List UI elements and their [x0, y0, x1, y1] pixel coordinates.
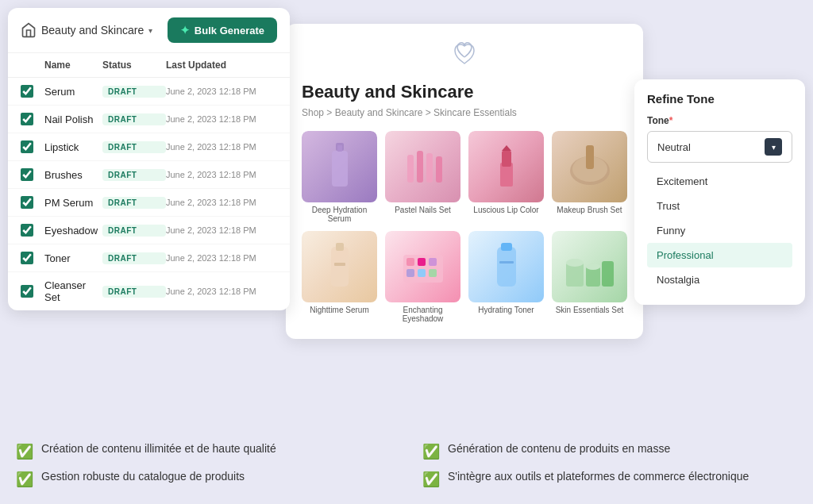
product-card-nails[interactable]: Pastel Nails Set	[385, 131, 460, 223]
row-checkbox-brushes[interactable]	[21, 168, 33, 181]
chevron-down-icon: ▾	[148, 26, 152, 35]
svg-rect-2	[337, 145, 342, 152]
tone-option-funny[interactable]: Funny	[647, 218, 792, 243]
tone-option-professional[interactable]: Professional	[647, 243, 792, 267]
check-icon-3: ✅	[16, 471, 33, 488]
main-area: Beauty and Skincare ▾ ✦ Bulk Generate Na…	[0, 0, 813, 504]
product-name: Lipstick	[44, 141, 102, 153]
product-label: Luscious Lip Color	[468, 206, 544, 214]
product-image-skinset	[552, 231, 627, 302]
table-row: Serum DRAFT June 2, 2023 12:18 PM	[8, 78, 290, 106]
tone-label: Tone*	[647, 115, 792, 126]
row-checkbox-toner[interactable]	[21, 252, 33, 264]
date-text: June 2, 2023 12:18 PM	[166, 198, 277, 207]
table-row: Nail Polish DRAFT June 2, 2023 12:18 PM	[8, 106, 290, 133]
check-icon-2: ✅	[422, 443, 440, 460]
svg-rect-13	[331, 247, 349, 287]
selected-tone-value: Neutral	[657, 141, 691, 153]
category-title: Beauty and Skincare	[302, 82, 627, 102]
store-icon	[21, 22, 37, 38]
table-row: Cleanser Set DRAFT June 2, 2023 12:18 PM	[8, 272, 290, 310]
tone-select-dropdown[interactable]: Neutral ▾	[647, 131, 792, 163]
feature-text-3: Gestion robuste du catalogue de produits	[41, 470, 245, 483]
table-row: Brushes DRAFT June 2, 2023 12:18 PM	[8, 161, 290, 189]
product-label: Hydrating Toner	[468, 306, 544, 314]
product-card-skinset[interactable]: Skin Essentials Set	[552, 231, 627, 323]
row-checkbox-pmserum[interactable]	[21, 196, 33, 209]
product-label: Makeup Brush Set	[552, 206, 627, 214]
center-panel: Beauty and Skincare Shop > Beauty and Sk…	[286, 24, 643, 339]
svg-rect-21	[418, 269, 426, 277]
svg-rect-8	[502, 151, 511, 167]
panel-header: Beauty and Skincare ▾ ✦ Bulk Generate	[8, 8, 290, 53]
status-badge: DRAFT	[102, 86, 166, 98]
row-checkbox-nailpolish[interactable]	[21, 113, 33, 125]
svg-rect-25	[499, 261, 514, 264]
date-text: June 2, 2023 12:18 PM	[166, 287, 277, 296]
product-name: PM Serum	[44, 197, 102, 209]
status-badge: DRAFT	[102, 286, 166, 298]
svg-rect-1	[332, 151, 348, 187]
product-name: Brushes	[44, 169, 102, 181]
feature-text-4: S'intègre aux outils et plateformes de c…	[448, 470, 749, 483]
product-image-nightserum	[302, 231, 377, 302]
row-checkbox-eyeshadow[interactable]	[21, 224, 33, 237]
bottom-features: ✅ Création de contenu illimitée et de ha…	[16, 442, 797, 488]
svg-rect-19	[429, 258, 437, 266]
feature-item-1: ✅ Création de contenu illimitée et de ha…	[16, 442, 391, 460]
breadcrumb: Shop > Beauty and Skincare > Skincare Es…	[302, 107, 627, 118]
svg-rect-20	[406, 269, 414, 277]
product-image-nails	[385, 131, 460, 202]
product-card-lipstick[interactable]: Luscious Lip Color	[468, 131, 544, 223]
product-grid: Deep Hydration Serum Pastel Nails Set	[302, 131, 627, 323]
feature-text-2: Génération de contenu de produits en mas…	[448, 442, 670, 455]
product-card-serum[interactable]: Deep Hydration Serum	[302, 131, 377, 223]
feature-text-1: Création de contenu illimitée et de haut…	[41, 442, 276, 455]
svg-rect-22	[429, 269, 437, 277]
row-checkbox-serum[interactable]	[21, 85, 33, 98]
row-checkbox-cleanser[interactable]	[21, 285, 33, 298]
status-badge: DRAFT	[102, 252, 166, 264]
col-updated: Last Updated	[166, 60, 277, 71]
svg-rect-6	[436, 156, 442, 183]
product-image-eyeshadow	[385, 231, 460, 302]
sparkle-icon: ✦	[180, 24, 190, 37]
date-text: June 2, 2023 12:18 PM	[166, 253, 277, 263]
product-name: Eyeshadow	[44, 225, 102, 237]
lotus-icon	[302, 40, 627, 74]
status-badge: DRAFT	[102, 169, 166, 181]
svg-rect-28	[602, 261, 614, 287]
svg-rect-12	[586, 145, 594, 169]
svg-point-30	[586, 264, 600, 270]
svg-rect-15	[334, 263, 345, 266]
tone-option-nostalgia[interactable]: Nostalgia	[647, 267, 792, 292]
product-label: Skin Essentials Set	[552, 306, 627, 314]
status-badge: DRAFT	[102, 141, 166, 153]
product-image-serum	[302, 131, 377, 202]
svg-point-29	[566, 259, 584, 267]
svg-marker-9	[502, 145, 511, 151]
tone-option-trust[interactable]: Trust	[647, 194, 792, 218]
product-card-brush[interactable]: Makeup Brush Set	[552, 131, 627, 223]
svg-rect-23	[497, 247, 516, 287]
status-badge: DRAFT	[102, 225, 166, 237]
svg-rect-14	[336, 243, 344, 251]
feature-item-3: ✅ Gestion robuste du catalogue de produi…	[16, 470, 391, 488]
store-selector[interactable]: Beauty and Skincare ▾	[21, 22, 152, 38]
table-row: Eyeshadow DRAFT June 2, 2023 12:18 PM	[8, 217, 290, 244]
product-card-toner[interactable]: Hydrating Toner	[468, 231, 544, 323]
product-card-eyeshadow[interactable]: Enchanting Eyeshadow	[385, 231, 460, 323]
feature-item-4: ✅ S'intègre aux outils et plateformes de…	[422, 470, 797, 488]
tone-option-excitement[interactable]: Excitement	[647, 169, 792, 194]
product-card-nightserum[interactable]: Nighttime Serum	[302, 231, 377, 323]
feature-item-2: ✅ Génération de contenu de produits en m…	[422, 442, 797, 460]
row-checkbox-lipstick[interactable]	[21, 140, 33, 153]
table-header: Name Status Last Updated	[8, 53, 290, 78]
product-image-brush	[552, 131, 627, 202]
product-label: Enchanting Eyeshadow	[385, 306, 460, 323]
product-name: Cleanser Set	[44, 279, 102, 303]
bulk-generate-button[interactable]: ✦ Bulk Generate	[168, 17, 277, 43]
table-row: PM Serum DRAFT June 2, 2023 12:18 PM	[8, 189, 290, 217]
date-text: June 2, 2023 12:18 PM	[166, 114, 277, 124]
product-image-lipstick	[468, 131, 544, 202]
